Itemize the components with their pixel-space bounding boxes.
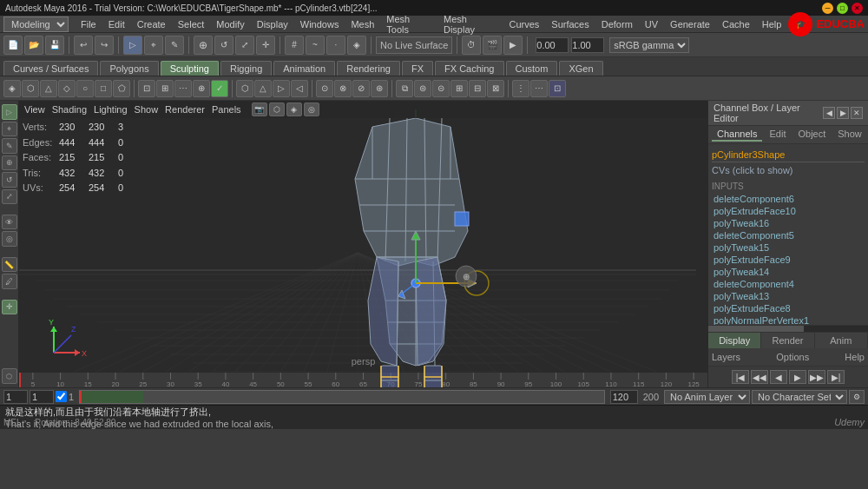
menu-uv[interactable]: UV <box>640 18 663 30</box>
tab-fx-caching[interactable]: FX Caching <box>435 61 503 76</box>
rp-tab-display[interactable]: Display <box>708 333 761 348</box>
new-button[interactable]: 📄 <box>3 36 23 55</box>
tb2-btn1[interactable]: ◈ <box>3 80 21 97</box>
menu-surfaces[interactable]: Surfaces <box>546 18 594 30</box>
cb-node-name[interactable]: pCylinder3Shape <box>712 148 865 162</box>
tb2-btn10[interactable]: ⋯ <box>174 80 192 97</box>
tb2-btn8[interactable]: ⊡ <box>138 80 155 97</box>
redo-button[interactable]: ↪ <box>95 36 114 55</box>
tool-rotate[interactable]: ↺ <box>2 172 17 188</box>
scale-tool[interactable]: ⤢ <box>235 36 254 55</box>
tb2-btn17[interactable]: ⊙ <box>316 80 333 97</box>
tb2-btn12[interactable]: ✓ <box>211 80 228 97</box>
vp-wireframe[interactable]: ⬡ <box>269 102 285 116</box>
menu-generate[interactable]: Generate <box>665 18 715 30</box>
pb-to-end[interactable]: ▶| <box>827 370 845 384</box>
tb2-btn13[interactable]: ⬡ <box>236 80 253 97</box>
tb2-btn11[interactable]: ⊕ <box>193 80 210 97</box>
snap-point[interactable]: · <box>326 36 345 55</box>
tool-annotate[interactable]: 🖊 <box>2 274 17 289</box>
vp-renderer[interactable]: Renderer <box>165 104 205 115</box>
menu-create[interactable]: Create <box>132 18 171 30</box>
vp-isolate[interactable]: ◎ <box>304 102 319 116</box>
tool-lasso[interactable]: ⌖ <box>2 122 17 137</box>
snap-surface[interactable]: ◈ <box>347 36 366 55</box>
snap-grid[interactable]: # <box>285 36 304 55</box>
time-start-field[interactable] <box>3 390 28 404</box>
tc-settings[interactable]: ⚙ <box>849 390 865 404</box>
tb2-btn15[interactable]: ▷ <box>273 80 290 97</box>
tab-sculpting[interactable]: Sculpting <box>161 61 219 76</box>
tab-custom[interactable]: Custom <box>506 61 558 76</box>
tb2-sym3[interactable]: ⊡ <box>549 80 566 97</box>
tb2-btn7[interactable]: ⬠ <box>113 80 130 97</box>
tb2-btn2[interactable]: ⬡ <box>22 80 39 97</box>
menu-modify[interactable]: Modify <box>211 18 249 30</box>
tool-select[interactable]: ▷ <box>2 104 17 120</box>
universal-tool[interactable]: ✛ <box>256 36 275 55</box>
rp-tab-object[interactable]: Object <box>792 128 831 142</box>
time-current-field[interactable] <box>30 390 54 404</box>
tb2-btn4[interactable]: ◇ <box>58 80 76 97</box>
pb-step-back[interactable]: ◀ <box>770 370 787 384</box>
construction-history[interactable]: ⏱ <box>462 36 481 55</box>
tb2-snap1[interactable]: ⧉ <box>396 80 413 97</box>
cb-input-9[interactable]: polyExtrudeFace8 <box>712 302 865 314</box>
vp-view[interactable]: View <box>24 104 45 115</box>
move-tool[interactable]: ⊕ <box>194 36 213 55</box>
rotate-tool[interactable]: ↺ <box>214 36 233 55</box>
tb2-snap4[interactable]: ⊞ <box>450 80 468 97</box>
vp-show[interactable]: Show <box>135 104 159 115</box>
rp-next-btn[interactable]: ▶ <box>837 107 849 119</box>
cb-cvs[interactable]: CVs (click to show) <box>712 164 865 176</box>
lasso-tool[interactable]: ⌖ <box>144 36 163 55</box>
tool-scale[interactable]: ⤢ <box>2 189 17 205</box>
tb2-snap6[interactable]: ⊠ <box>487 80 504 97</box>
tb2-btn3[interactable]: △ <box>40 80 57 97</box>
rp-scrollbar[interactable] <box>708 325 868 332</box>
anim-layer-select[interactable]: No Anim Layer <box>664 390 750 404</box>
tab-curves-surfaces[interactable]: Curves / Surfaces <box>3 61 98 76</box>
tb2-snap3[interactable]: ⊝ <box>432 80 450 97</box>
menu-windows[interactable]: Windows <box>295 18 345 30</box>
tool-isolate[interactable]: ◎ <box>2 231 17 247</box>
tb2-btn16[interactable]: ◁ <box>291 80 308 97</box>
ipr-btn[interactable]: ▶ <box>503 36 523 55</box>
tb2-btn18[interactable]: ⊗ <box>334 80 352 97</box>
tb2-sym1[interactable]: ⋮ <box>512 80 529 97</box>
viewport[interactable]: View Shading Lighting Show Renderer Pane… <box>19 101 707 387</box>
tool-show-hide[interactable]: 👁 <box>2 215 17 230</box>
tool-active-indicator[interactable]: ✛ <box>2 300 17 315</box>
cb-input-6[interactable]: polyTweak14 <box>712 266 865 278</box>
nav-cube[interactable]: ⬡ <box>2 368 17 384</box>
rp-opt-help[interactable]: Help <box>845 352 865 362</box>
tb2-btn20[interactable]: ⊛ <box>371 80 388 97</box>
tab-rendering[interactable]: Rendering <box>337 61 400 76</box>
vp-smooth[interactable]: ◈ <box>286 102 302 116</box>
timeline-bar[interactable] <box>79 390 605 404</box>
menu-deform[interactable]: Deform <box>596 18 638 30</box>
tool-paint[interactable]: ✎ <box>2 138 17 154</box>
tool-measure[interactable]: 📏 <box>2 257 17 273</box>
cb-input-3[interactable]: deleteComponent5 <box>712 229 865 241</box>
rp-opt-layers[interactable]: Layers <box>712 352 740 362</box>
menu-mesh-display[interactable]: Mesh Display <box>438 13 503 36</box>
char-set-select[interactable]: No Character Set <box>752 390 847 404</box>
rp-close-btn[interactable]: ✕ <box>851 107 863 119</box>
tb2-btn9[interactable]: ⊞ <box>156 80 174 97</box>
cb-input-0[interactable]: deleteComponent6 <box>712 193 865 205</box>
snap-curve[interactable]: ~ <box>306 36 325 55</box>
coord-y-input[interactable] <box>571 37 604 53</box>
pb-to-start[interactable]: |◀ <box>732 370 749 384</box>
cb-input-4[interactable]: polyTweak15 <box>712 241 865 254</box>
tab-rigging[interactable]: Rigging <box>220 61 272 76</box>
cb-input-5[interactable]: polyExtrudeFace9 <box>712 254 865 266</box>
cb-input-8[interactable]: polyTweak13 <box>712 290 865 302</box>
pb-next-key[interactable]: ▶▶ <box>808 370 825 384</box>
rp-tab-edit[interactable]: Edit <box>764 128 791 142</box>
paint-select[interactable]: ✎ <box>165 36 184 55</box>
tb2-snap5[interactable]: ⊟ <box>469 80 486 97</box>
no-live-surface[interactable]: No Live Surface <box>376 36 452 54</box>
vp-lighting[interactable]: Lighting <box>94 104 128 115</box>
tab-fx[interactable]: FX <box>402 61 433 76</box>
